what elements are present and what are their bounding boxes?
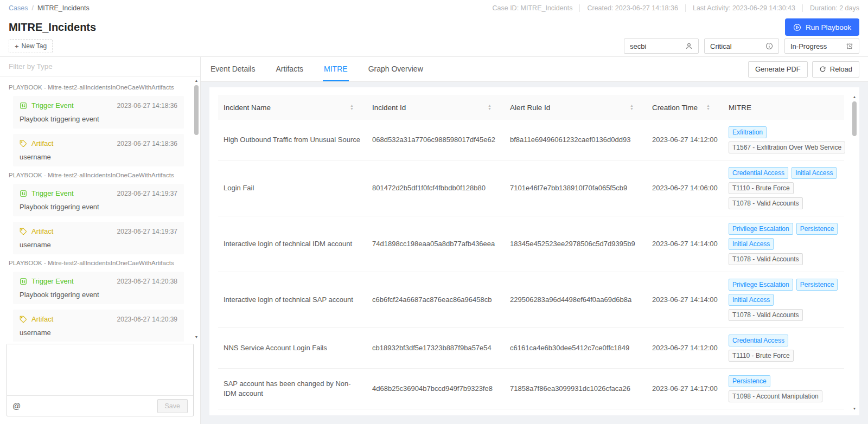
column-header-incident-id[interactable]: Incident Id ▲ ▼ [367,104,505,112]
event-timestamp: 2023-06-27 14:20:39 [117,316,177,323]
alert-rule-id-cell: 229506283a96d4498ef64f0aa69d6b8a [505,295,647,305]
tag-row: + New Tag secbi Critical In-Progress [0,38,868,56]
scrollbar-track[interactable] [193,84,200,334]
save-button[interactable]: Save [157,399,188,413]
mitre-cell: Credential Access T1110 - Brute Force [723,335,844,362]
scrollbar-thumb[interactable] [194,85,199,135]
mitre-tactic-tag: Initial Access [729,294,774,306]
event-card-trigger[interactable]: Trigger Event 2023-06-27 14:20:38 Playbo… [13,272,184,304]
event-card-artifact[interactable]: Artifact 2023-06-27 14:18:36 username [13,134,184,166]
mitre-technique-tag: T1098 - Account Manipulation [729,390,822,402]
mitre-tactics: Credential Access [729,335,788,346]
scroll-up-icon[interactable]: ▲ [193,78,200,84]
playbook-group-title: PLAYBOOK - Mitre-test2-allIncidentsInOne… [9,260,184,266]
event-type: Artifact [20,139,53,148]
playbook-group-title: PLAYBOOK - Mitre-test2-allIncidentsInOne… [9,84,184,91]
table-row[interactable]: SAP account has been changed by Non-IDM … [218,369,844,409]
event-timestamp: 2023-06-27 14:19:37 [117,228,177,235]
table-row[interactable]: NNS Service Account Login Fails cb18932b… [218,328,844,369]
scrollbar-thumb[interactable] [852,101,857,136]
column-header-incident-name[interactable]: Incident Name ▲ ▼ [218,104,367,112]
generate-pdf-button[interactable]: Generate PDF [748,61,808,78]
new-tag-button[interactable]: + New Tag [9,39,53,53]
caret-down-icon: ▼ [706,107,710,111]
mitre-tactic-tag: Credential Access [729,167,788,179]
mitre-technique-tag: T1078 - Valid Accounts [729,309,803,321]
scroll-down-icon[interactable]: ▼ [193,334,200,341]
tab-artifacts[interactable]: Artifacts [275,57,304,81]
page-title: MITRE_Incidents [9,21,96,34]
scroll-down-icon[interactable]: ▼ [851,406,858,412]
sidebar-scrollbar[interactable]: ▲ ▼ [193,78,200,341]
alert-rule-id-cell: 7101e46f7e7bb138910f70fa065f5cb9 [505,183,647,193]
event-type-label: Artifact [31,314,53,324]
incident-name-cell: Interactive login of technical IDM accou… [218,239,367,249]
column-header-mitre: MITRE [723,104,844,112]
case-created-label: Created: 2023-06-27 14:18:36 [579,4,685,12]
comment-input[interactable] [7,344,193,395]
tab-event-details[interactable]: Event Details [209,57,256,81]
tab-graph-overview[interactable]: Graph Overview [367,57,424,81]
table-row[interactable]: High Outbound Traffic from Unusual Sourc… [218,120,844,160]
event-card-head: Trigger Event 2023-06-27 14:19:37 [20,189,177,198]
tag-icon [20,140,27,147]
title-row: MITRE_Incidents Run Playbook [0,16,868,38]
breadcrumb: Cases / MITRE_Incidents [9,4,90,12]
incident-id-cell: c6b6fcf24a6687ac876eac86a96458cb [367,295,505,305]
mitre-tactics: Privilege Escalation Persistence Initial… [729,279,839,306]
mitre-cell: Privilege Escalation Persistence Initial… [723,223,844,265]
tab-mitre[interactable]: MITRE [323,57,349,81]
comment-footer: @ Save [7,395,193,416]
breadcrumb-cases-link[interactable]: Cases [9,4,28,12]
column-label: Incident Id [372,104,406,112]
event-type: Artifact [20,227,53,236]
sort-carets-icon[interactable]: ▲ ▼ [630,104,634,111]
main-panel: Event Details Artifacts MITRE Graph Over… [201,57,868,424]
table-header-row: Incident Name ▲ ▼ Incident Id ▲ ▼ [218,95,844,120]
assignee-value: secbi [630,42,646,50]
reload-button[interactable]: Reload [812,61,859,78]
incident-name-cell: High Outbound Traffic from Unusual Sourc… [218,135,367,145]
table-scrollbar[interactable]: ▲ ▼ [851,94,858,412]
incident-id-cell: 4d68b25c36904b7bccd949f7b9323fe8 [367,384,505,394]
column-header-alert-rule-id[interactable]: Alert Rule Id ▲ ▼ [505,104,647,112]
scrollbar-track[interactable] [851,100,858,406]
sort-carets-icon[interactable]: ▲ ▼ [350,104,354,111]
sort-carets-icon[interactable]: ▲ ▼ [488,104,492,111]
run-playbook-label: Run Playbook [806,23,851,31]
assignee-select[interactable]: secbi [624,38,699,54]
mitre-tactics: Persistence [729,375,770,387]
mitre-cell: Credential Access Initial Access T1110 -… [723,167,844,209]
info-circle-icon [765,42,773,50]
column-header-creation-time[interactable]: Creation Time ▲ ▼ [647,104,723,112]
table-row-partial[interactable] [218,409,844,415]
event-description: username [20,152,177,162]
event-card-trigger[interactable]: Trigger Event 2023-06-27 14:19:37 Playbo… [13,184,184,216]
mention-icon[interactable]: @ [12,401,21,410]
table-row[interactable]: Interactive login of technical IDM accou… [218,216,844,272]
alert-rule-id-cell: 71858a7f86ea3099931dc1026cfaca26 [505,384,647,394]
mitre-cell: Exfiltration T1567 - Exfiltration Over W… [723,126,844,153]
table-row[interactable]: Login Fail 801472d2b5df1f0fcf4fbbdb0f128… [218,160,844,216]
event-description: Playbook triggering event [20,202,177,211]
event-timestamp: 2023-06-27 14:19:37 [117,190,177,197]
sort-carets-icon[interactable]: ▲ ▼ [706,104,710,111]
filter-by-type-input[interactable] [0,57,200,76]
case-field-selects: secbi Critical In-Progress [624,38,859,54]
creation-time-cell: 2023-06-27 14:06:00 [647,183,723,193]
priority-select[interactable]: Critical [704,38,779,54]
reload-label: Reload [830,65,852,73]
run-playbook-button[interactable]: Run Playbook [785,18,859,36]
status-select[interactable]: In-Progress [784,38,859,54]
event-card-artifact[interactable]: Artifact 2023-06-27 14:19:37 username [13,222,184,254]
event-card-artifact[interactable]: Artifact 2023-06-27 14:20:39 username [13,310,184,342]
event-description: username [20,328,177,337]
mitre-tactics: Privilege Escalation Persistence Initial… [729,223,839,250]
event-timestamp: 2023-06-27 14:18:36 [117,102,177,110]
event-card-trigger[interactable]: Trigger Event 2023-06-27 14:18:36 Playbo… [13,96,184,129]
creation-time-cell: 2023-06-27 14:12:00 [647,135,723,145]
table-row[interactable]: Interactive login of technical SAP accou… [218,272,844,328]
scroll-up-icon[interactable]: ▲ [851,94,858,100]
incident-id-cell: 74d1898cc198eaa05a8db77afb436eea [367,239,505,249]
mitre-tactic-tag: Initial Access [792,167,837,179]
